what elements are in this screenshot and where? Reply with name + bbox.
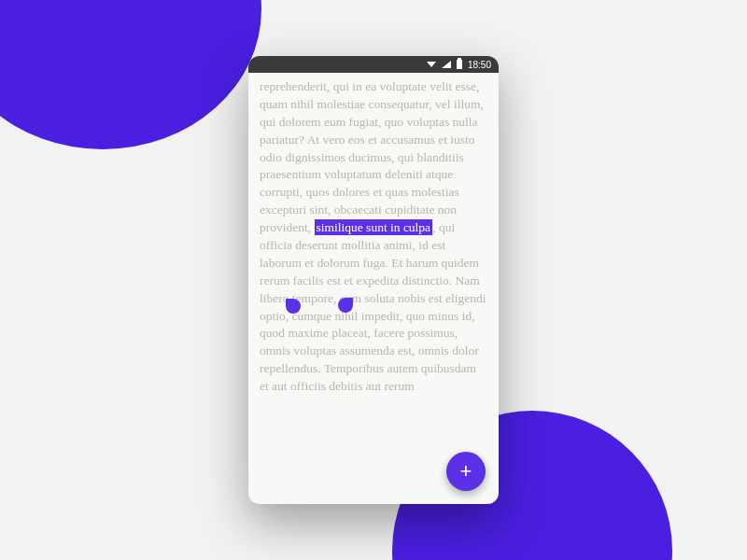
dropdown-icon — [427, 62, 436, 67]
text-selection[interactable]: similique sunt in culpa — [315, 219, 433, 235]
selection-handle-middle[interactable] — [338, 298, 353, 313]
plus-icon: + — [460, 459, 472, 483]
add-button[interactable]: + — [446, 452, 486, 491]
selection-handle-end[interactable] — [286, 299, 301, 314]
article-text-before: reprehenderit, qui in ea voluptate velit… — [260, 79, 484, 234]
phone-frame: 18:50 reprehenderit, qui in ea voluptate… — [248, 56, 499, 504]
status-bar: 18:50 — [248, 56, 499, 73]
decorative-blob-top — [0, 0, 261, 149]
status-time: 18:50 — [468, 60, 491, 70]
signal-icon — [442, 61, 451, 68]
battery-icon — [457, 60, 462, 69]
article-body[interactable]: reprehenderit, qui in ea voluptate velit… — [248, 73, 499, 504]
